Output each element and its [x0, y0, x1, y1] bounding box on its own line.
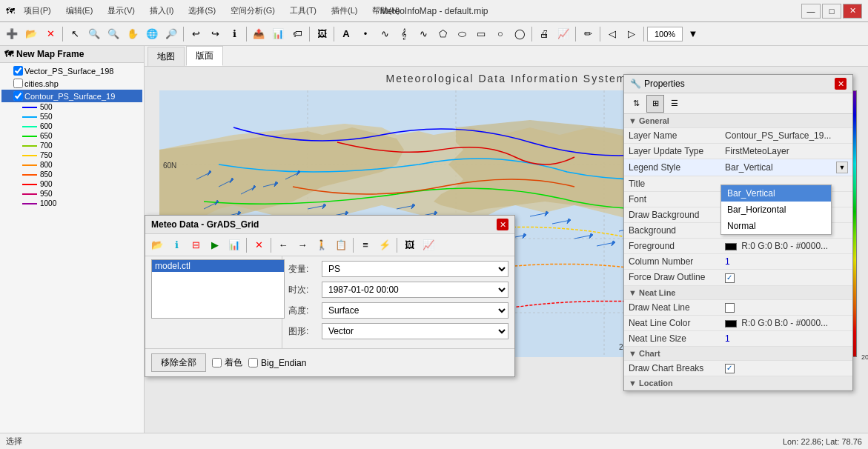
props-val-draw-neat[interactable]: [720, 299, 852, 315]
meteo-toolbar-red[interactable]: ⊟: [187, 236, 205, 254]
dropdown-item-normal[interactable]: Normal: [721, 218, 831, 234]
maximize-button[interactable]: □: [822, 4, 841, 19]
chart-btn2[interactable]: 📈: [554, 25, 572, 43]
image-btn[interactable]: 🖼: [313, 25, 331, 43]
shape-select[interactable]: Vector: [322, 323, 508, 339]
meteo-toolbar-walk[interactable]: 🚶: [313, 236, 331, 254]
close-red-btn[interactable]: ✕: [42, 25, 59, 43]
edit-menu[interactable]: 编辑(E): [60, 4, 99, 18]
meteo-file-listbox[interactable]: model.ctl: [151, 259, 285, 319]
zoom-dropdown-btn[interactable]: ▼: [684, 25, 702, 43]
props-close-btn[interactable]: ✕: [835, 78, 847, 90]
meteo-toolbar-flash[interactable]: ⚡: [376, 236, 394, 254]
props-row-legend-style[interactable]: Legend Style Bar_Vertical ▼: [624, 159, 852, 176]
remove-all-btn[interactable]: 移除全部: [151, 353, 206, 372]
globe-btn[interactable]: 🌐: [143, 25, 161, 43]
layer-checkbox-contour[interactable]: [13, 91, 23, 101]
circle-btn[interactable]: ○: [491, 25, 509, 43]
props-dialog-title[interactable]: 🔧 Properties ✕: [624, 75, 852, 93]
print-btn[interactable]: 🖨: [535, 25, 553, 43]
undo-btn[interactable]: ↩: [187, 25, 205, 43]
props-list-btn[interactable]: ☰: [666, 95, 683, 113]
meteo-toolbar-chart[interactable]: 📈: [420, 236, 437, 254]
force-outline-checkbox[interactable]: [725, 273, 735, 283]
curve-btn[interactable]: ∿: [414, 25, 432, 43]
meteo-toolbar-list[interactable]: ≡: [357, 236, 374, 254]
time-select[interactable]: 1987-01-02 00:00: [322, 282, 508, 298]
draw-neat-checkbox[interactable]: [725, 303, 735, 313]
props-row-col-num[interactable]: Column Number 1: [624, 254, 852, 270]
arrow-right-btn[interactable]: ▷: [623, 25, 640, 43]
view-menu[interactable]: 显示(V): [102, 4, 141, 18]
tools-menu[interactable]: 工具(T): [284, 4, 322, 18]
level-select[interactable]: Surface: [322, 302, 508, 319]
layer-checkbox-vector[interactable]: [13, 66, 23, 76]
props-row-update-type[interactable]: Layer Update Type FirstMeteoLayer: [624, 144, 852, 159]
meteo-toolbar-info[interactable]: ℹ: [168, 236, 185, 254]
props-val-force-outline[interactable]: [720, 270, 852, 285]
pencil-btn[interactable]: ✏: [579, 25, 597, 43]
draw-chart-breaks-checkbox[interactable]: [725, 364, 735, 373]
meteo-dialog-title[interactable]: Meteo Data - GrADS_Grid ✕: [145, 216, 514, 234]
dropdown-item-bar-vertical[interactable]: Bar_Vertical: [721, 185, 831, 202]
redo-btn[interactable]: ↪: [206, 25, 224, 43]
collapse-general-icon[interactable]: ▼: [629, 116, 637, 125]
props-grid-btn[interactable]: ⊞: [646, 95, 664, 113]
tag-btn[interactable]: 🏷: [288, 25, 306, 43]
pan-btn[interactable]: ✋: [124, 25, 142, 43]
select-btn[interactable]: ↖: [66, 25, 84, 43]
oval-btn[interactable]: ◯: [511, 25, 529, 43]
props-row-neat-color[interactable]: Neat Line Color R:0 G:0 B:0 - #0000...: [624, 315, 852, 330]
export-btn[interactable]: 📤: [250, 25, 268, 43]
meteo-toolbar-green[interactable]: ▶: [206, 236, 224, 254]
table-btn[interactable]: 📊: [269, 25, 287, 43]
line-btn[interactable]: ∿: [376, 25, 394, 43]
dot-btn[interactable]: •: [357, 25, 374, 43]
props-row-force-outline[interactable]: Force Draw Outline: [624, 270, 852, 285]
meteo-toolbar-open[interactable]: 📂: [148, 236, 166, 254]
props-val-layer-name[interactable]: Contour_PS_Surface_19...: [720, 128, 852, 144]
polygon-btn[interactable]: ⬠: [434, 25, 451, 43]
layer-checkbox-cities[interactable]: [13, 79, 23, 88]
bigendian-checkbox[interactable]: [248, 358, 258, 367]
listbox-item-model[interactable]: model.ctl: [152, 260, 284, 272]
meteo-dialog-close-btn[interactable]: ✕: [497, 219, 508, 230]
props-val-neat-color[interactable]: R:0 G:0 B:0 - #0000...: [720, 315, 852, 330]
new-btn[interactable]: ➕: [3, 25, 21, 43]
props-val-foreground[interactable]: R:0 G:0 B:0 - #0000...: [720, 239, 852, 254]
ellipse-draw-btn[interactable]: ⬭: [453, 25, 471, 43]
props-row-draw-chart-breaks[interactable]: Draw Chart Breaks: [624, 360, 852, 376]
legend-style-dropdown-btn[interactable]: ▼: [836, 162, 848, 173]
props-row-neat-size[interactable]: Neat Line Size 1: [624, 330, 852, 346]
meteo-toolbar-delete[interactable]: ✕: [250, 236, 268, 254]
props-sort-btn[interactable]: ⇅: [627, 95, 645, 113]
props-row-layer-name[interactable]: Layer Name Contour_PS_Surface_19...: [624, 128, 852, 144]
layer-item-contour[interactable]: Contour_PS_Surface_19: [1, 90, 142, 102]
props-val-neat-size[interactable]: 1: [720, 330, 852, 346]
insert-menu[interactable]: 插入(I): [144, 4, 179, 18]
dropdown-item-bar-horizontal[interactable]: Bar_Horizontal: [721, 202, 831, 218]
props-val-col-num[interactable]: 1: [720, 254, 852, 270]
props-row-draw-neat[interactable]: Draw Neat Line: [624, 299, 852, 315]
project-menu[interactable]: 项目(P): [18, 4, 57, 18]
arrow-left-btn[interactable]: ◁: [603, 25, 621, 43]
props-row-foreground[interactable]: Foreground R:0 G:0 B:0 - #0000...: [624, 239, 852, 254]
open-btn[interactable]: 📂: [22, 25, 40, 43]
tab-map[interactable]: 地图: [148, 47, 185, 66]
bigendian-checkbox-label[interactable]: Big_Endian: [248, 358, 306, 368]
props-val-legend-style[interactable]: Bar_Vertical ▼: [720, 159, 852, 176]
search-btn[interactable]: 🔎: [162, 25, 180, 43]
collapse-location-icon[interactable]: ▼: [629, 379, 637, 388]
zoom-in-btn[interactable]: 🔍: [85, 25, 103, 43]
close-button[interactable]: ✕: [843, 4, 862, 19]
rect-btn[interactable]: ▭: [472, 25, 490, 43]
layer-item-cities[interactable]: cities.shp: [1, 77, 142, 90]
plugins-menu[interactable]: 插件(L): [325, 4, 363, 18]
var-select[interactable]: PS: [322, 261, 508, 277]
collapse-neat-icon[interactable]: ▼: [629, 288, 637, 297]
meteo-toolbar-prev[interactable]: ←: [274, 236, 292, 254]
meteo-toolbar-image[interactable]: 🖼: [400, 236, 418, 254]
tab-layout[interactable]: 版面: [186, 46, 223, 66]
meteo-toolbar-clip[interactable]: 📋: [332, 236, 350, 254]
meteo-toolbar-next[interactable]: →: [294, 236, 311, 254]
